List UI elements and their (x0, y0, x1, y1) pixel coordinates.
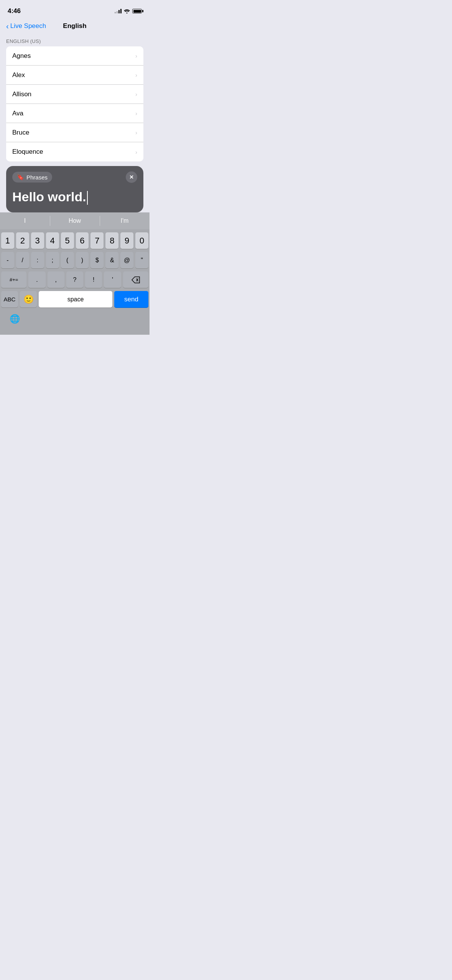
key-4[interactable]: 4 (46, 232, 59, 249)
key-question[interactable]: ? (66, 271, 83, 288)
nav-bar: ‹ Live Speech English (0, 19, 150, 35)
list-item[interactable]: Agnes › (6, 46, 143, 66)
status-time: 4:46 (8, 7, 21, 15)
suggestion-how[interactable]: How (50, 212, 100, 229)
key-open-paren[interactable]: ( (61, 252, 74, 268)
chevron-icon: › (135, 72, 137, 78)
text-cursor (87, 191, 88, 205)
voice-bruce-label: Bruce (12, 129, 29, 136)
emoji-icon: 🙂 (23, 294, 34, 304)
chevron-icon: › (135, 110, 137, 117)
list-item[interactable]: Allison › (6, 85, 143, 104)
key-minus[interactable]: - (1, 252, 14, 268)
chevron-icon: › (135, 53, 137, 59)
key-period[interactable]: . (28, 271, 45, 288)
voice-alex-label: Alex (12, 71, 25, 79)
voice-ava-label: Ava (12, 110, 23, 117)
key-comma[interactable]: , (48, 271, 64, 288)
send-label: send (124, 296, 138, 303)
symbol-row-2: #+= . , ? ! ' (0, 268, 150, 288)
suggestions-row: I How I'm (0, 212, 150, 229)
close-button[interactable]: ✕ (126, 171, 137, 183)
key-1[interactable]: 1 (1, 232, 14, 249)
key-0[interactable]: 0 (135, 232, 148, 249)
status-icons (115, 9, 142, 13)
key-exclaim[interactable]: ! (85, 271, 102, 288)
bookmark-icon: 🔖 (17, 174, 24, 181)
phrases-header: 🔖 Phrases ✕ (12, 171, 137, 183)
abc-key[interactable]: ABC (1, 291, 18, 307)
key-8[interactable]: 8 (105, 232, 118, 249)
bottom-key-row: ABC 🙂 space send (0, 288, 150, 309)
key-more-symbols[interactable]: #+= (1, 271, 26, 288)
back-chevron-icon: ‹ (6, 22, 9, 30)
list-item[interactable]: Bruce › (6, 123, 143, 142)
phrases-overlay: 🔖 Phrases ✕ Hello world. (6, 166, 143, 212)
globe-row: 🌐 (0, 309, 150, 335)
space-key[interactable]: space (39, 291, 112, 307)
phrases-badge[interactable]: 🔖 Phrases (12, 172, 52, 183)
back-button[interactable]: ‹ Live Speech (6, 22, 46, 30)
space-label: space (67, 296, 84, 303)
backspace-icon (131, 276, 140, 283)
section-header: ENGLISH (US) (0, 35, 150, 46)
key-7[interactable]: 7 (90, 232, 104, 249)
suggestion-i[interactable]: I (0, 212, 50, 229)
chevron-icon: › (135, 149, 137, 155)
voice-allison-label: Allison (12, 90, 31, 98)
list-item[interactable]: Alex › (6, 66, 143, 85)
key-3[interactable]: 3 (31, 232, 44, 249)
delete-key[interactable] (123, 271, 148, 288)
voice-list: Agnes › Alex › Allison › Ava › Bruce › E… (6, 46, 143, 161)
voice-eloquence-label: Eloquence (12, 148, 43, 156)
globe-key[interactable]: 🌐 (6, 311, 23, 327)
key-dollar[interactable]: $ (90, 252, 104, 268)
list-item[interactable]: Ava › (6, 104, 143, 123)
suggestion-im[interactable]: I'm (100, 212, 150, 229)
key-9[interactable]: 9 (120, 232, 133, 249)
list-item[interactable]: Eloquence › (6, 142, 143, 161)
key-5[interactable]: 5 (61, 232, 74, 249)
key-apostrophe[interactable]: ' (104, 271, 121, 288)
voice-agnes-label: Agnes (12, 52, 31, 60)
key-6[interactable]: 6 (76, 232, 89, 249)
battery-icon (132, 9, 142, 13)
wifi-icon (124, 9, 130, 13)
status-bar: 4:46 (0, 0, 150, 19)
phrases-text: Hello world. (12, 189, 137, 205)
key-slash[interactable]: / (16, 252, 29, 268)
symbol-row-1: - / : ; ( ) $ & @ " (0, 249, 150, 268)
emoji-key[interactable]: 🙂 (20, 291, 37, 307)
key-semicolon[interactable]: ; (46, 252, 59, 268)
keyboard: I How I'm 1 2 3 4 5 6 7 8 9 0 - / : ; ( … (0, 212, 150, 335)
chevron-icon: › (135, 91, 137, 97)
key-quote[interactable]: " (135, 252, 148, 268)
abc-label: ABC (4, 296, 16, 303)
signal-icon (115, 9, 122, 13)
chevron-icon: › (135, 129, 137, 136)
globe-icon: 🌐 (10, 314, 20, 324)
key-colon[interactable]: : (31, 252, 44, 268)
key-2[interactable]: 2 (16, 232, 29, 249)
key-close-paren[interactable]: ) (76, 252, 89, 268)
back-label: Live Speech (10, 22, 46, 30)
key-ampersand[interactable]: & (105, 252, 118, 268)
number-row: 1 2 3 4 5 6 7 8 9 0 (0, 229, 150, 249)
nav-title: English (63, 22, 86, 30)
send-key[interactable]: send (114, 291, 148, 307)
key-at[interactable]: @ (120, 252, 133, 268)
phrases-label: Phrases (26, 174, 48, 181)
